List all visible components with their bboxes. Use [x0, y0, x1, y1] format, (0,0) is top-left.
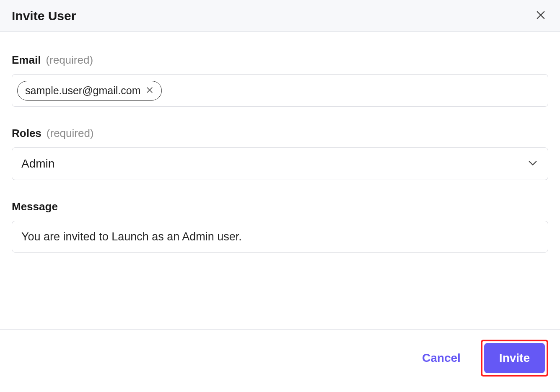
message-field-group: Message	[12, 200, 548, 253]
email-chip-text: sample.user@gmail.com	[25, 85, 140, 97]
email-label: Email	[12, 54, 41, 67]
message-label-row: Message	[12, 200, 548, 213]
email-field-group: Email (required) sample.user@gmail.com	[12, 54, 548, 107]
email-input-container[interactable]: sample.user@gmail.com	[12, 74, 548, 107]
roles-required-hint: (required)	[47, 127, 94, 140]
modal-body: Email (required) sample.user@gmail.com R…	[0, 32, 560, 281]
email-chip-remove-button[interactable]	[145, 85, 155, 96]
message-label: Message	[12, 200, 58, 213]
chevron-down-icon	[527, 157, 539, 170]
invite-highlight: Invite	[481, 340, 548, 377]
close-icon	[535, 9, 547, 22]
close-button[interactable]	[533, 8, 548, 24]
modal-footer: Cancel Invite	[0, 329, 560, 387]
roles-label: Roles	[12, 127, 41, 140]
roles-select[interactable]: Admin	[12, 147, 548, 180]
roles-label-row: Roles (required)	[12, 127, 548, 140]
email-label-row: Email (required)	[12, 54, 548, 67]
modal-title: Invite User	[12, 9, 76, 23]
message-input[interactable]	[12, 221, 548, 253]
roles-field-group: Roles (required) Admin	[12, 127, 548, 180]
invite-button[interactable]: Invite	[484, 343, 545, 373]
cancel-button[interactable]: Cancel	[422, 351, 461, 365]
email-chip: sample.user@gmail.com	[17, 81, 162, 101]
email-required-hint: (required)	[46, 54, 93, 67]
roles-selected-value: Admin	[21, 157, 54, 170]
close-icon	[145, 86, 154, 95]
modal-header: Invite User	[0, 0, 560, 32]
